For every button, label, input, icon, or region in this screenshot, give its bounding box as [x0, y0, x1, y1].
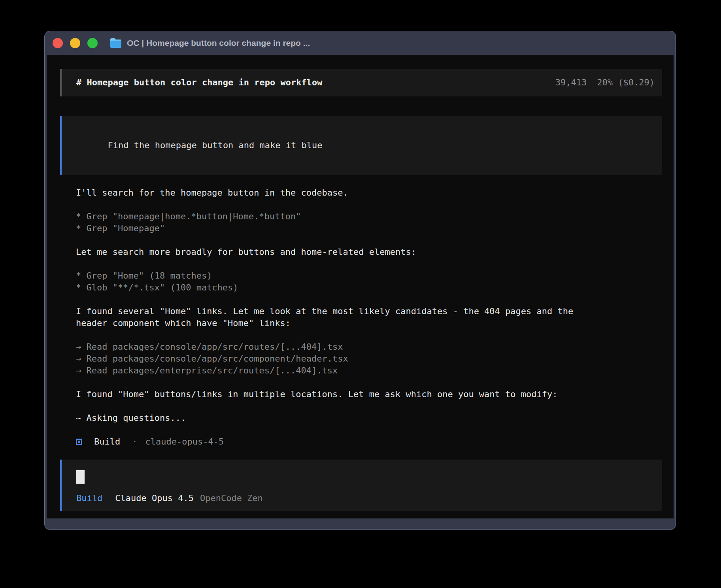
assistant-message: I found several "Home" links. Let me loo…: [76, 305, 650, 329]
token-count: 39,413: [555, 77, 587, 89]
tool-call-grep: * Grep "homepage|home.*button|Home.*butt…: [76, 211, 301, 221]
window-title: OC | Homepage button color change in rep…: [127, 38, 310, 48]
terminal-window: OC | Homepage button color change in rep…: [44, 31, 676, 530]
tool-call-read: → Read packages/console/app/src/componen…: [76, 354, 348, 364]
status-bar: esc interrupt ctrl+t variants tab agents…: [60, 518, 662, 518]
model-name: Claude Opus 4.5: [115, 492, 194, 504]
assistant-message: I found "Home" buttons/links in multiple…: [76, 388, 650, 400]
working-status: ~ Asking questions...: [76, 412, 650, 424]
prompt-input[interactable]: Build Claude Opus 4.5 OpenCode Zen: [60, 460, 662, 511]
assistant-transcript: I'll search for the homepage button in t…: [60, 187, 662, 460]
zoom-button[interactable]: [87, 38, 98, 48]
shortcut-variants: ctrl+t variants: [414, 518, 492, 518]
tool-call-glob: * Glob "**/*.tsx" (100 matches): [76, 283, 238, 292]
interrupt-label: interrupt: [146, 518, 193, 518]
agent-model: claude-opus-4-5: [145, 436, 224, 448]
provider-name: OpenCode Zen: [200, 492, 263, 504]
separator-dot: ·: [132, 436, 137, 448]
traffic-lights: [53, 38, 98, 48]
folder-icon: [110, 38, 122, 48]
titlebar[interactable]: OC | Homepage button color change in rep…: [45, 31, 676, 55]
session-title: # Homepage button color change in repo w…: [76, 77, 323, 89]
text-cursor: [76, 470, 85, 484]
agent-status-row: Build · claude-opus-4-5: [76, 436, 650, 448]
tool-call-group: * Grep "homepage|home.*button|Home.*butt…: [76, 211, 650, 234]
user-message-block: Find the homepage button and make it blu…: [60, 116, 662, 175]
terminal-content: # Homepage button color change in repo w…: [47, 55, 674, 518]
session-meta: 39,413 20% ($0.29): [555, 77, 655, 89]
shortcut-agents: tab agents: [510, 518, 562, 518]
tool-call-read: → Read packages/enterprise/src/routes/[.…: [76, 366, 338, 375]
user-message-text: Find the homepage button and make it blu…: [108, 140, 322, 150]
tool-call-grep: * Grep "Home" (18 matches): [76, 271, 212, 281]
shortcut-commands: ctrl+p commands: [579, 518, 658, 518]
session-header: # Homepage button color change in repo w…: [60, 69, 662, 96]
tool-call-grep: * Grep "Homepage": [76, 223, 165, 233]
agent-square-icon: [76, 439, 82, 445]
tool-call-read: → Read packages/console/app/src/routes/[…: [76, 342, 343, 352]
tool-call-group: → Read packages/console/app/src/routes/[…: [76, 341, 650, 377]
agent-name: Build: [94, 436, 120, 448]
assistant-message: Let me search more broadly for buttons a…: [76, 246, 650, 258]
agent-badge[interactable]: Build: [76, 492, 102, 504]
minimize-button[interactable]: [70, 38, 80, 48]
close-button[interactable]: [53, 38, 63, 48]
input-status-line: Build Claude Opus 4.5 OpenCode Zen: [76, 492, 655, 504]
context-usage-cost: 20% ($0.29): [597, 77, 655, 89]
esc-key-hint: esc: [125, 518, 141, 518]
tool-call-group: * Grep "Home" (18 matches) * Glob "**/*.…: [76, 270, 650, 294]
assistant-message: I'll search for the homepage button in t…: [76, 187, 650, 199]
